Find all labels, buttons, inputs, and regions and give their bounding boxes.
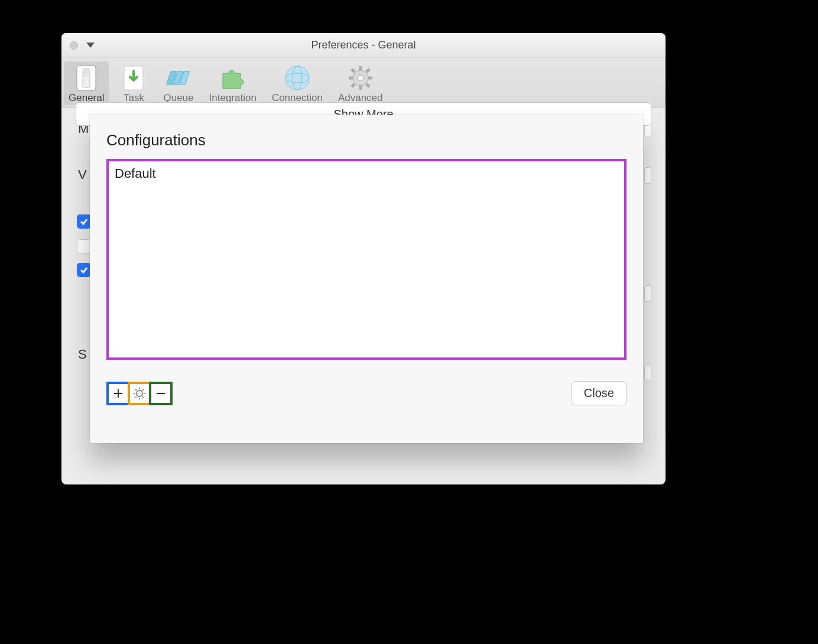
titlebar: Preferences - General	[61, 33, 666, 58]
bg-field-edge	[644, 285, 651, 302]
svg-line-15	[366, 84, 369, 87]
svg-point-9	[358, 75, 363, 81]
puzzle-icon	[219, 64, 247, 92]
svg-point-5	[285, 66, 309, 90]
tab-general[interactable]: General	[64, 61, 109, 105]
add-button[interactable]	[106, 382, 130, 405]
svg-line-25	[135, 389, 137, 391]
checkbox[interactable]	[77, 214, 91, 229]
popover-title: Configurations	[106, 131, 627, 149]
list-item[interactable]: Default	[115, 165, 618, 183]
list-action-buttons	[106, 382, 173, 405]
traffic-close-icon[interactable]	[70, 41, 78, 50]
globe-icon	[283, 64, 311, 92]
popover-footer: Close	[106, 381, 627, 405]
download-page-icon	[119, 64, 148, 92]
checkbox[interactable]	[77, 263, 91, 277]
folders-icon	[164, 64, 193, 92]
tab-task[interactable]: Task	[115, 61, 152, 105]
settings-button[interactable]	[128, 382, 151, 405]
tab-queue[interactable]: Queue	[158, 61, 198, 105]
bg-field-edge	[644, 365, 651, 381]
tab-connection[interactable]: Connection	[267, 61, 327, 105]
bg-text: V	[78, 167, 87, 183]
preferences-toolbar: General Task Queue	[61, 58, 666, 108]
svg-line-16	[366, 69, 369, 72]
svg-rect-3	[83, 69, 90, 77]
svg-marker-0	[86, 43, 95, 48]
gear-large-icon	[346, 64, 375, 92]
switch-icon	[72, 64, 100, 92]
tab-integration[interactable]: Integration	[204, 61, 261, 105]
close-button[interactable]: Close	[572, 381, 627, 405]
svg-line-27	[142, 389, 144, 391]
configurations-popover: Configurations Default	[90, 115, 643, 443]
svg-line-26	[142, 396, 144, 398]
remove-button[interactable]	[149, 382, 173, 405]
svg-line-28	[135, 396, 137, 398]
dropdown-chevron-icon[interactable]	[86, 41, 95, 50]
svg-point-20	[137, 391, 142, 396]
bg-field-edge	[644, 167, 651, 184]
configurations-list[interactable]: Default	[106, 159, 627, 360]
tab-advanced[interactable]: Advanced	[333, 61, 388, 105]
checkbox[interactable]	[77, 239, 91, 253]
svg-line-17	[352, 84, 355, 87]
window-controls	[61, 41, 78, 50]
window-title: Preferences - General	[61, 39, 666, 51]
bg-text: S	[78, 347, 87, 362]
svg-line-14	[352, 69, 355, 72]
